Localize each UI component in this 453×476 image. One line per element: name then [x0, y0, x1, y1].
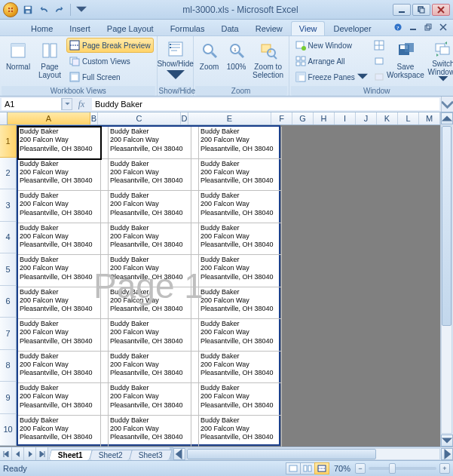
- full-screen-button[interactable]: Full Screen: [66, 69, 154, 84]
- tab-first-button[interactable]: [0, 447, 12, 460]
- column-header-J[interactable]: J: [356, 112, 377, 124]
- office-button[interactable]: [3, 2, 18, 17]
- cell-D7[interactable]: [191, 319, 199, 352]
- zoom-out-button[interactable]: −: [355, 463, 366, 474]
- cell-B1[interactable]: [101, 127, 109, 159]
- qat-redo-button[interactable]: [53, 3, 66, 17]
- zoom-slider-thumb[interactable]: [389, 463, 396, 474]
- scroll-up-button[interactable]: [441, 112, 453, 124]
- arrange-all-button[interactable]: Arrange All: [292, 54, 371, 69]
- cell-A4[interactable]: Buddy Baker200 Falcon WayPleasantville, …: [18, 223, 101, 256]
- cell-A10[interactable]: Buddy Baker200 Falcon WayPleasantville, …: [18, 416, 101, 447]
- cell-D9[interactable]: [191, 383, 199, 416]
- ribbon-tab-developer[interactable]: Developer: [325, 21, 379, 35]
- column-header-D[interactable]: D: [181, 112, 188, 124]
- cell-B6[interactable]: [101, 287, 109, 320]
- normal-view-button[interactable]: Normal: [3, 38, 33, 84]
- column-header-A[interactable]: A: [8, 112, 90, 124]
- minimize-button[interactable]: [393, 4, 411, 16]
- unhide-button[interactable]: [372, 69, 386, 84]
- ribbon-tab-insert[interactable]: Insert: [61, 21, 99, 35]
- cell-E6[interactable]: Buddy Baker200 Falcon WayPleasantville, …: [199, 287, 282, 320]
- tab-last-button[interactable]: [36, 447, 48, 460]
- row-header-10[interactable]: 10: [0, 414, 17, 447]
- hscroll-track[interactable]: [186, 448, 440, 460]
- fx-button[interactable]: fx: [74, 98, 89, 111]
- column-header-B[interactable]: B: [90, 112, 98, 124]
- cell-D5[interactable]: [191, 255, 199, 287]
- cell-A6[interactable]: Buddy Baker200 Falcon WayPleasantville, …: [18, 287, 101, 320]
- show-hide-button[interactable]: Show/Hide: [161, 38, 191, 84]
- doc-close-button[interactable]: [436, 21, 450, 33]
- cell-C6[interactable]: Buddy Baker200 Falcon WayPleasantville, …: [109, 287, 191, 320]
- cell-E1[interactable]: Buddy Baker200 Falcon WayPleasantville, …: [199, 127, 282, 159]
- row-header-2[interactable]: 2: [0, 158, 17, 190]
- cell-B5[interactable]: [101, 255, 109, 287]
- custom-views-button[interactable]: Custom Views: [66, 54, 154, 69]
- cell-E9[interactable]: Buddy Baker200 Falcon WayPleasantville, …: [199, 383, 282, 416]
- ribbon-tab-page-layout[interactable]: Page Layout: [99, 21, 162, 35]
- ribbon-tab-view[interactable]: View: [291, 21, 326, 35]
- ribbon-tab-formulas[interactable]: Formulas: [162, 21, 213, 35]
- tab-prev-button[interactable]: [12, 447, 24, 460]
- cell-C9[interactable]: Buddy Baker200 Falcon WayPleasantville, …: [109, 383, 191, 416]
- split-button[interactable]: [372, 38, 386, 53]
- status-page-layout-view[interactable]: [300, 462, 315, 474]
- qat-customize-button[interactable]: [75, 3, 88, 17]
- row-header-7[interactable]: 7: [0, 318, 17, 350]
- cell-D2[interactable]: [191, 159, 199, 192]
- formula-bar-expand[interactable]: [441, 97, 453, 112]
- status-normal-view[interactable]: [286, 462, 301, 474]
- cell-D10[interactable]: [191, 416, 199, 447]
- zoom-button[interactable]: Zoom: [197, 38, 222, 84]
- tab-next-button[interactable]: [24, 447, 36, 460]
- status-page-break-view[interactable]: [314, 462, 329, 474]
- page-layout-button[interactable]: Page Layout: [35, 38, 65, 84]
- row-header-4[interactable]: 4: [0, 222, 17, 254]
- column-header-I[interactable]: I: [335, 112, 356, 124]
- column-header-M[interactable]: M: [419, 112, 440, 124]
- close-button[interactable]: [432, 4, 450, 16]
- zoom-in-button[interactable]: +: [439, 463, 450, 474]
- row-header-3[interactable]: 3: [0, 189, 17, 222]
- column-header-G[interactable]: G: [292, 112, 314, 124]
- cell-D6[interactable]: [191, 287, 199, 320]
- cell-B9[interactable]: [101, 383, 109, 416]
- zoom-100-button[interactable]: 1100%: [224, 38, 249, 84]
- cell-B10[interactable]: [101, 416, 109, 447]
- cell-D1[interactable]: [191, 127, 199, 159]
- hscroll-thumb[interactable]: [187, 449, 376, 459]
- sheet-tab-sheet3[interactable]: Sheet3: [129, 450, 172, 460]
- select-all-corner[interactable]: [0, 112, 8, 124]
- cell-E10[interactable]: Buddy Baker200 Falcon WayPleasantville, …: [199, 416, 282, 447]
- column-header-K[interactable]: K: [377, 112, 398, 124]
- save-workspace-button[interactable]: Save Workspace: [387, 38, 424, 84]
- cell-A9[interactable]: Buddy Baker200 Falcon WayPleasantville, …: [18, 383, 101, 416]
- vertical-scrollbar[interactable]: [440, 112, 453, 447]
- cell-C10[interactable]: Buddy Baker200 Falcon WayPleasantville, …: [109, 416, 191, 447]
- column-header-E[interactable]: E: [188, 112, 271, 124]
- qat-undo-button[interactable]: [37, 3, 51, 17]
- cell-D4[interactable]: [191, 223, 199, 256]
- cell-C7[interactable]: Buddy Baker200 Falcon WayPleasantville, …: [109, 319, 191, 352]
- horizontal-scrollbar[interactable]: [173, 447, 453, 460]
- cell-A1[interactable]: Buddy Baker200 Falcon WayPleasantville, …: [18, 127, 101, 159]
- freeze-panes-button[interactable]: Freeze Panes: [292, 69, 371, 84]
- cell-C1[interactable]: Buddy Baker200 Falcon WayPleasantville, …: [109, 127, 191, 159]
- cell-B8[interactable]: [101, 352, 109, 384]
- column-header-F[interactable]: F: [271, 112, 292, 124]
- cell-B3[interactable]: [101, 191, 109, 223]
- zoom-slider[interactable]: [369, 467, 436, 470]
- cell-C3[interactable]: Buddy Baker200 Falcon WayPleasantville, …: [109, 191, 191, 223]
- hide-button[interactable]: [372, 54, 386, 69]
- cell-E3[interactable]: Buddy Baker200 Falcon WayPleasantville, …: [199, 191, 282, 223]
- help-button[interactable]: ?: [391, 21, 405, 33]
- scroll-right-button[interactable]: [441, 448, 453, 460]
- switch-windows-button[interactable]: Switch Windows: [425, 38, 453, 84]
- row-header-8[interactable]: 8: [0, 350, 17, 382]
- cell-C4[interactable]: Buddy Baker200 Falcon WayPleasantville, …: [109, 223, 191, 256]
- cell-A8[interactable]: Buddy Baker200 Falcon WayPleasantville, …: [18, 352, 101, 384]
- cell-B4[interactable]: [101, 223, 109, 256]
- vscroll-track[interactable]: [441, 125, 452, 434]
- ribbon-tab-review[interactable]: Review: [247, 21, 291, 35]
